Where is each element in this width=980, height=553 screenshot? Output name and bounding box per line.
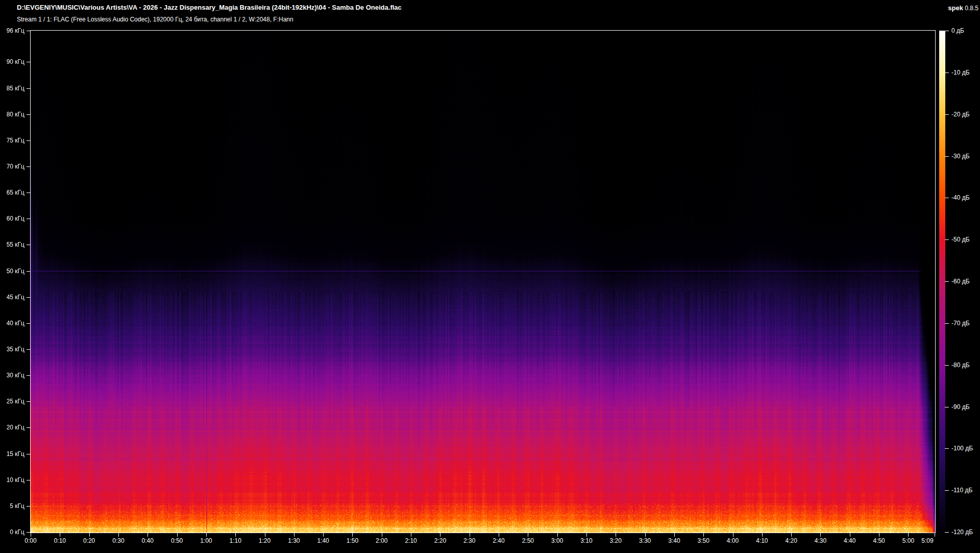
freq-tick-label: 20 кГц <box>0 423 24 431</box>
db-tick <box>945 407 949 407</box>
time-tick <box>265 533 265 537</box>
freq-tick <box>27 140 31 141</box>
time-tick <box>791 533 792 537</box>
db-tick-label: -10 дБ <box>951 68 970 77</box>
time-tick-label: 3:40 <box>658 537 691 544</box>
freq-tick <box>27 480 31 480</box>
time-tick <box>935 533 935 537</box>
db-tick-label: -40 дБ <box>951 194 970 202</box>
time-tick-label: 2:40 <box>482 537 515 544</box>
file-path-title: D:\EVGENIY\MUSIC\Various Artists\VA - 20… <box>17 4 402 11</box>
db-tick-label: -110 дБ <box>951 486 972 494</box>
spectrogram-frame <box>30 30 936 533</box>
freq-tick <box>27 166 31 167</box>
freq-tick-label: 90 кГц <box>0 58 24 66</box>
time-tick-label: 2:20 <box>424 537 456 544</box>
time-tick <box>470 533 470 537</box>
time-tick-label: 3:20 <box>599 537 632 544</box>
time-tick <box>733 533 733 537</box>
time-tick <box>294 533 295 537</box>
time-tick <box>235 533 236 537</box>
freq-tick-label: 35 кГц <box>0 345 24 353</box>
db-tick <box>945 31 949 31</box>
time-tick-label: 1:40 <box>307 537 339 544</box>
time-tick-label: 1:50 <box>336 537 369 544</box>
time-tick-label: 0:50 <box>161 537 193 544</box>
time-tick-label: 1:30 <box>278 537 310 544</box>
stream-info: Stream 1 / 1: FLAC (Free Lossless Audio … <box>17 16 293 23</box>
freq-tick <box>27 401 31 402</box>
time-tick <box>411 533 411 537</box>
time-tick <box>382 533 382 537</box>
app-name: spek <box>948 4 963 12</box>
time-tick <box>60 533 60 537</box>
time-tick-label: 2:30 <box>453 537 486 544</box>
time-tick <box>879 533 879 537</box>
freq-tick-label: 80 кГц <box>0 110 24 118</box>
freq-tick <box>27 245 31 245</box>
freq-tick <box>27 271 31 272</box>
freq-tick-label: 96 кГц <box>0 27 24 35</box>
time-tick-label: 4:30 <box>804 537 837 544</box>
time-tick <box>31 533 31 537</box>
time-tick <box>908 533 909 537</box>
time-tick-label: 0:30 <box>102 537 135 544</box>
freq-tick-label: 65 кГц <box>0 188 24 197</box>
time-tick <box>352 533 353 537</box>
db-tick-label: -60 дБ <box>951 277 970 285</box>
freq-tick-label: 15 кГц <box>0 450 24 458</box>
time-tick-label: 3:50 <box>687 537 720 544</box>
db-tick <box>945 114 949 115</box>
freq-tick-label: 40 кГц <box>0 319 24 327</box>
freq-tick-label: 75 кГц <box>0 136 24 145</box>
time-tick-label: 5:09 <box>911 537 944 544</box>
time-tick <box>586 533 587 537</box>
db-tick <box>945 490 949 491</box>
db-tick-label: -80 дБ <box>951 361 970 369</box>
freq-tick <box>27 375 31 376</box>
time-tick <box>703 533 704 537</box>
time-tick-label: 0:10 <box>43 537 76 544</box>
time-tick <box>762 533 763 537</box>
freq-tick-label: 50 кГц <box>0 267 24 275</box>
time-tick <box>89 533 90 537</box>
db-tick <box>945 323 949 324</box>
freq-tick-label: 45 кГц <box>0 293 24 301</box>
freq-tick <box>27 88 31 89</box>
time-tick-label: 3:30 <box>629 537 662 544</box>
time-tick <box>528 533 528 537</box>
freq-tick <box>27 31 31 31</box>
time-tick <box>850 533 850 537</box>
time-tick-label: 0:40 <box>131 537 164 544</box>
time-tick <box>645 533 646 537</box>
freq-tick-label: 5 кГц <box>0 502 24 510</box>
db-tick <box>945 198 949 198</box>
db-tick <box>945 239 949 240</box>
time-tick-label: 3:10 <box>570 537 603 544</box>
db-tick-label: -120 дБ <box>951 528 973 536</box>
freq-tick <box>27 193 31 193</box>
freq-tick-label: 85 кГц <box>0 84 24 92</box>
db-tick <box>945 156 949 157</box>
freq-tick-label: 0 кГц <box>0 528 24 536</box>
freq-tick <box>27 62 31 62</box>
freq-tick <box>27 427 31 428</box>
app-version-number: 0.8.5 <box>965 5 978 12</box>
spectrogram-canvas <box>31 31 935 533</box>
time-tick-label: 1:20 <box>249 537 281 544</box>
db-tick <box>945 365 949 366</box>
freq-tick <box>27 349 31 350</box>
time-tick-label: 4:50 <box>863 537 895 544</box>
time-tick-label: 4:10 <box>746 537 778 544</box>
time-tick <box>674 533 675 537</box>
time-tick <box>148 533 148 537</box>
db-tick <box>945 448 949 449</box>
time-tick-label: 2:00 <box>365 537 398 544</box>
db-tick-label: -100 дБ <box>951 444 973 452</box>
time-tick <box>557 533 558 537</box>
freq-tick <box>27 297 31 298</box>
freq-tick <box>27 506 31 507</box>
freq-tick-label: 60 кГц <box>0 214 24 223</box>
freq-tick-label: 70 кГц <box>0 162 24 171</box>
time-tick <box>616 533 616 537</box>
